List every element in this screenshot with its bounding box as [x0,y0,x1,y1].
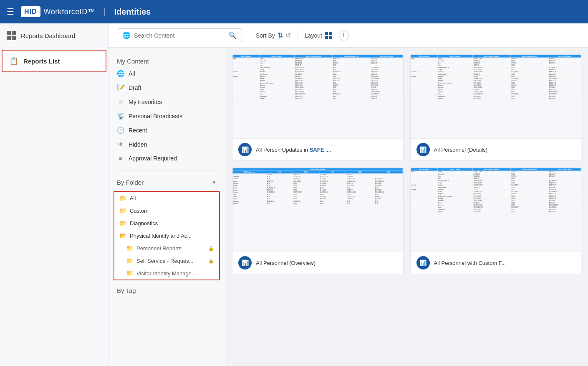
draft-icon: 📝 [117,84,124,92]
nav-recent-label: Recent [129,127,147,134]
toolbar-divider [249,30,249,41]
product-name: WorkforceID™ [44,8,96,16]
report-card-3[interactable]: Sum Invoiced Amount Athlete Country 2005… [232,168,404,274]
by-tag-label: By Tag [117,287,136,294]
report-type-icon-2: 📊 [416,143,430,156]
folder-selfservice-label: Self Service - Reques... [136,258,194,264]
report-table-preview-1: Athlete Region Athlete Country Sum Invoi… [232,55,403,100]
folder-item-all[interactable]: 📁 All [114,192,219,204]
folder-diagnostics-label: Diagnostics [130,220,158,226]
report-type-icon-3: 📊 [238,256,252,269]
folder-icon: 📁 [126,270,133,277]
folder-all-label: All [130,195,136,201]
folder-item-selfservice[interactable]: 📁 Self Service - Reques... 🔒 [114,254,219,267]
nav-divider [117,170,217,170]
hid-logo: HID [21,6,40,17]
report-name-4: All Personnel with Custom F... [434,260,506,266]
sidebar-list-label: Reports List [23,58,60,65]
toolbar: 🌐 🔍 Sort By ⇅ ↺ Layout ℹ [109,23,588,48]
topbar: ☰ HID WorkforceID™ | Identities [0,0,588,23]
approval-icon: ≡ [117,155,124,162]
info-icon[interactable]: ℹ [339,30,349,41]
dashboard-icon [7,31,16,40]
broadcast-icon: 📡 [117,112,124,120]
report-name-2: All Personnel (Details) [434,147,488,153]
nav-item-draft[interactable]: 📝 Draft [109,81,225,95]
folder-icon: 📁 [126,257,133,264]
folder-icon: 📁 [119,207,126,214]
lock-icon: 🔒 [208,246,214,251]
brand-logo: HID WorkforceID™ [21,6,95,17]
nav-item-favorites[interactable]: ☆ My Favorites [109,95,225,109]
report-card-footer-1: 📊 All Person Updates in SAFE i... [232,138,403,160]
report-card-1[interactable]: Athlete Region Athlete Country Sum Invoi… [232,54,404,161]
clock-icon: 🕐 [117,127,124,134]
layout-grid-icon[interactable] [325,32,332,39]
folder-physical-label: Physical Identity and Ac... [130,233,192,239]
folder-item-custom[interactable]: 📁 Custom [114,204,219,217]
search-icon[interactable]: 🔍 [228,31,237,39]
sidebar-dashboard-label: Reports Dashboard [21,32,75,39]
left-panel: My Content 🌐 All 📝 Draft ☆ My Favorites … [109,48,225,366]
report-thumbnail-4: Athlete Region Athlete Country Sum Invoi… [411,168,581,252]
folder-icon: 📁 [126,245,133,252]
nav-item-approval[interactable]: ≡ Approval Required [109,151,225,165]
report-card-footer-2: 📊 All Personnel (Details) [411,138,581,160]
folder-personnel-label: Personnel Reports [136,245,182,252]
folder-item-personnel[interactable]: 📁 Personnel Reports 🔒 [114,242,219,254]
nav-item-broadcasts[interactable]: 📡 Personal Broadcasts [109,109,225,123]
sort-by-label: Sort By [256,32,275,39]
folder-item-physical[interactable]: 📂 Physical Identity and Ac... [114,229,219,242]
layout-group: Layout [305,32,332,39]
folder-item-diagnostics[interactable]: 📁 Diagnostics [114,217,219,229]
report-thumbnail-1: Athlete Region Athlete Country Sum Invoi… [232,55,403,138]
globe-nav-icon: 🌐 [117,70,124,77]
chevron-down-icon: ▼ [212,180,217,186]
folder-visitor-label: Visitor Identity Manage... [136,270,196,277]
report-type-icon-4: 📊 [416,256,430,269]
report-card-footer-4: 📊 All Personnel with Custom F... [411,252,581,274]
lock-icon: 🔒 [208,258,214,264]
report-card-2[interactable]: Athlete Region Athlete Country Sum Invoi… [410,54,582,161]
report-thumbnail-3: Sum Invoiced Amount Athlete Country 2005… [232,168,403,252]
content-body: My Content 🌐 All 📝 Draft ☆ My Favorites … [109,48,588,366]
folder-open-icon: 📂 [119,232,126,239]
nav-item-hidden[interactable]: 👁 Hidden [109,137,225,151]
folder-section: 📁 All 📁 Custom 📁 Diagnostics 📂 Physical … [114,191,220,280]
hamburger-menu[interactable]: ☰ [7,7,14,17]
nav-hidden-label: Hidden [129,141,147,148]
folder-icon: 📁 [119,195,126,201]
report-card-4[interactable]: Athlete Region Athlete Country Sum Invoi… [410,168,582,274]
nav-approval-label: Approval Required [129,155,177,162]
nav-all-label: All [129,70,135,77]
sidebar-item-reports-list[interactable]: 📋 Reports List [2,50,106,72]
list-icon: 📋 [9,56,18,66]
eye-icon: 👁 [117,141,124,148]
report-type-icon-1: 📊 [238,143,252,156]
nav-item-recent[interactable]: 🕐 Recent [109,123,225,137]
nav-item-all[interactable]: 🌐 All [109,66,225,81]
module-name: Identities [114,7,151,17]
folder-custom-label: Custom [130,208,149,214]
sort-icon[interactable]: ⇅ [278,31,283,39]
topbar-divider: | [103,7,106,17]
report-table-preview-2: Athlete Region Athlete Country Sum Invoi… [411,55,581,100]
sort-reset-icon[interactable]: ↺ [285,31,291,39]
search-input[interactable] [134,32,225,39]
report-grid: Athlete Region Athlete Country Sum Invoi… [225,48,588,366]
my-content-title: My Content [109,54,225,66]
content-area: 🌐 🔍 Sort By ⇅ ↺ Layout ℹ M [109,23,588,366]
search-box[interactable]: 🌐 🔍 [117,28,242,42]
sidebar-item-reports-dashboard[interactable]: Reports Dashboard [0,23,108,48]
sort-by-group: Sort By ⇅ ↺ [256,31,291,39]
folder-item-visitor[interactable]: 📁 Visitor Identity Manage... [114,267,219,280]
nav-favorites-label: My Favorites [129,99,162,105]
report-card-footer-3: 📊 All Personnel (Overview) [232,252,403,274]
report-thumbnail-2: Athlete Region Athlete Country Sum Invoi… [411,55,581,138]
by-folder-header[interactable]: By Folder ▼ [109,175,225,189]
report-name-3: All Personnel (Overview) [256,260,315,266]
sidebar: Reports Dashboard 📋 Reports List [0,23,109,366]
main-layout: Reports Dashboard 📋 Reports List 🌐 🔍 Sor… [0,23,588,366]
by-tag-header[interactable]: By Tag [109,282,225,297]
report-name-1: All Person Updates in SAFE i... [256,147,331,153]
